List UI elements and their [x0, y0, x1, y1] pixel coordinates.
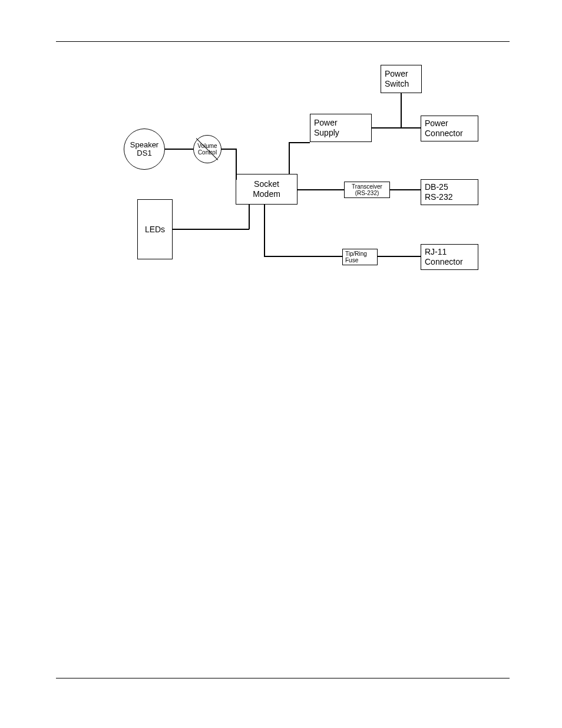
conn-line [289, 142, 310, 143]
leds-block: LEDs [137, 199, 173, 259]
power-supply-l1: Power [314, 118, 371, 128]
conn-line [236, 179, 236, 180]
db25-l2: RS-232 [425, 192, 478, 202]
conn-line [222, 149, 236, 150]
leds-l1: LEDs [145, 225, 165, 235]
conn-line [390, 189, 421, 190]
transceiver-block: Transceiver (RS-232) [344, 182, 390, 198]
conn-line [378, 256, 421, 257]
block-diagram: Power Switch Power Supply Power Connecto… [118, 65, 483, 277]
conn-line [372, 127, 421, 129]
speaker-l2: DS1 [137, 149, 151, 157]
conn-line [289, 142, 290, 174]
top-rule [56, 41, 510, 42]
power-connector-l2: Connector [425, 129, 478, 139]
db25-l1: DB-25 [425, 182, 478, 192]
power-connector-block: Power Connector [421, 116, 478, 141]
conn-line [401, 93, 402, 127]
speaker-l1: Speaker [130, 141, 158, 149]
conn-line [264, 205, 265, 256]
conn-line [249, 205, 250, 229]
power-connector-l1: Power [425, 118, 478, 129]
conn-line [165, 149, 193, 150]
rj11-block: RJ-11 Connector [421, 244, 478, 270]
tipring-block: Tip/Ring Fuse [342, 249, 378, 265]
transceiver-l1: Transceiver [352, 183, 382, 190]
rj11-l2: Connector [425, 257, 478, 267]
conn-line [264, 256, 342, 257]
rj11-l1: RJ-11 [425, 247, 478, 257]
power-supply-block: Power Supply [310, 114, 372, 142]
power-switch-l1: Power [385, 69, 421, 79]
socket-modem-l1: Socket [254, 179, 279, 189]
power-switch-block: Power Switch [381, 65, 422, 93]
socket-modem-l2: Modem [253, 189, 280, 199]
transceiver-l2: (RS-232) [355, 190, 379, 196]
conn-line [236, 149, 237, 180]
conn-line [297, 189, 344, 190]
db25-block: DB-25 RS-232 [421, 179, 478, 205]
power-supply-l2: Supply [314, 128, 371, 138]
power-switch-l2: Switch [385, 79, 421, 89]
volume-l1: Volume [197, 143, 217, 149]
bottom-rule [56, 678, 510, 678]
socket-modem-block: Socket Modem [236, 174, 297, 205]
tipring-l1: Tip/Ring [345, 251, 367, 257]
speaker-block: Speaker DS1 [124, 129, 165, 170]
conn-line [173, 229, 249, 230]
tipring-l2: Fuse [345, 257, 358, 263]
